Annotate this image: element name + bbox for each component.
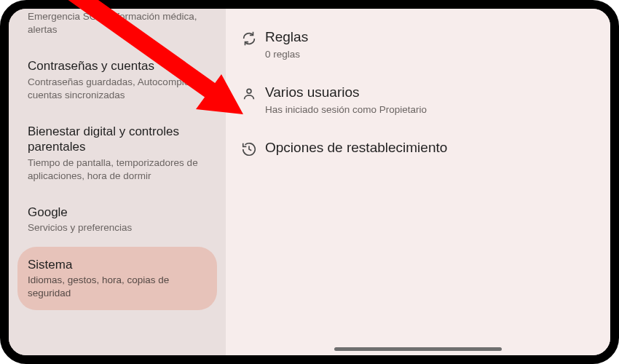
gesture-nav-handle[interactable]	[334, 347, 502, 351]
sidebar-item-title: Google	[28, 205, 207, 220]
settings-main-panel: Reglas 0 reglas Varios usuarios Has inic…	[226, 9, 610, 355]
sidebar-item-passwords-accounts[interactable]: Contraseñas y cuentas Contraseñas guarda…	[9, 52, 226, 111]
setting-row-subtitle: Has iniciado sesión como Propietario	[265, 104, 591, 115]
sync-icon	[233, 29, 265, 47]
setting-row-reset-options[interactable]: Opciones de restablecimiento	[233, 130, 591, 172]
setting-row-title: Opciones de restablecimiento	[265, 140, 591, 157]
svg-point-0	[247, 89, 251, 93]
setting-row-title: Varios usuarios	[265, 84, 591, 101]
sidebar-item-subtitle: Contraseñas guardadas, Autocompletar, cu…	[28, 76, 207, 102]
settings-screen: Emergencia SOS, información médica, aler…	[9, 9, 610, 355]
sidebar-item-subtitle: Tiempo de pantalla, temporizadores de ap…	[28, 157, 207, 183]
tablet-frame: Emergencia SOS, información médica, aler…	[0, 0, 619, 364]
sidebar-item-security[interactable]: Emergencia SOS, información médica, aler…	[9, 10, 226, 45]
setting-row-multiple-users[interactable]: Varios usuarios Has iniciado sesión como…	[233, 74, 591, 130]
sidebar-item-title: Sistema	[28, 257, 207, 272]
sidebar-item-title: Contraseñas y cuentas	[28, 58, 207, 74]
sidebar-item-title: Bienestar digital y controles parentales	[28, 124, 207, 155]
setting-row-rules[interactable]: Reglas 0 reglas	[233, 19, 591, 74]
sidebar-item-subtitle: Emergencia SOS, información médica, aler…	[28, 10, 207, 36]
sidebar-item-system[interactable]: Sistema Idiomas, gestos, hora, copias de…	[17, 247, 217, 311]
settings-sidebar: Emergencia SOS, información médica, aler…	[9, 9, 226, 355]
sidebar-item-subtitle: Servicios y preferencias	[28, 221, 207, 234]
person-icon	[233, 84, 265, 102]
sidebar-item-subtitle: Idiomas, gestos, hora, copias de segurid…	[28, 274, 207, 300]
setting-row-subtitle: 0 reglas	[265, 49, 591, 60]
setting-row-title: Reglas	[265, 29, 591, 46]
history-icon	[233, 140, 265, 157]
sidebar-item-google[interactable]: Google Servicios y preferencias	[9, 199, 226, 243]
sidebar-item-digital-wellbeing[interactable]: Bienestar digital y controles parentales…	[9, 118, 226, 191]
